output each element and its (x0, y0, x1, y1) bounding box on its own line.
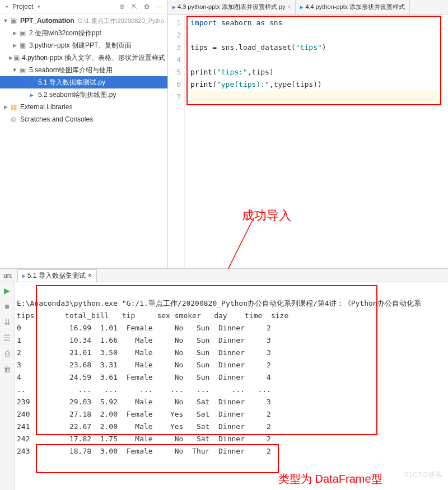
tree-folder[interactable]: ▼▣5.seaborn绘图库介绍与使用 (0, 64, 167, 76)
table-row: 3 23.68 3.31 Male No Sun Dinner 2 (17, 359, 446, 371)
table-row: 242 17.82 1.75 Male No Sat Dinner 2 (17, 433, 446, 445)
expand-icon[interactable]: ▶ (8, 55, 13, 60)
tree-item-label: 5.1 导入数据集测试.py (38, 78, 105, 87)
close-icon[interactable]: × (288, 4, 291, 10)
line-number: 6 (168, 78, 181, 91)
code-editor[interactable]: 1234567 import seaborn as sns tips = sns… (168, 15, 448, 268)
project-panel-header: ▾ Project ▾ ⊕ ⇱ ✿ — (0, 0, 167, 13)
table-row: 0 16.99 1.01 Female No Sun Dinner 2 (17, 322, 446, 334)
project-panel: ▾ Project ▾ ⊕ ⇱ ✿ — ▼ ▣ PPT_Automation G… (0, 0, 168, 268)
console-output[interactable]: E:\Anaconda3\python.exe "G:/1.重点工作/20200… (15, 269, 448, 490)
run-panel: ▶ ■ ⇊ ☰ ⎙ 🗑 E:\Anaconda3\python.exe "G:/… (0, 269, 448, 490)
output-header: tips: total_bill tip sex smoker day time… (17, 311, 288, 320)
line-number: 2 (168, 29, 181, 41)
tab-label: 4.3 python-pptx 添加图表并设置样式.py (178, 3, 286, 11)
tree-folder[interactable]: ▶▣3.python-pptx 创建PPT、复制页面 (0, 39, 167, 52)
folder-icon: ▣ (9, 16, 18, 25)
project-collapse-icon[interactable]: ▾ (3, 4, 10, 10)
editor-area: ▸ 4.3 python-pptx 添加图表并设置样式.py × ▸ 4.4 p… (168, 0, 448, 268)
line-gutter: 1234567 (168, 15, 185, 268)
tree-folder[interactable]: ▶▣4.python-pptx 插入文字、表格、形状并设置样式 (0, 52, 167, 64)
watermark: 51CTO博客 (404, 470, 442, 480)
external-libraries[interactable]: ▶ ▥ External Libraries (0, 101, 167, 113)
line-number: 5 (168, 66, 181, 78)
external-libraries-label: External Libraries (20, 103, 72, 111)
rerun-icon[interactable]: ▶ (2, 285, 13, 296)
python-file-icon: ▸ (27, 90, 36, 99)
crosshair-icon[interactable]: ⊕ (117, 2, 127, 12)
trash-icon[interactable]: 🗑 (2, 363, 13, 375)
run-toolbar: ▶ ■ ⇊ ☰ ⎙ 🗑 (0, 269, 15, 490)
table-row: 241 22.67 2.00 Male Yes Sat Dinner 2 (17, 421, 446, 433)
tree-item-label: 2.使用win32com操作ppt (29, 29, 101, 38)
table-row: 243 18.78 3.00 Female No Thur Dinner 2 (17, 445, 446, 458)
tree-item-label: 4.python-pptx 插入文字、表格、形状并设置样式 (22, 53, 165, 63)
project-panel-title: Project (12, 3, 33, 11)
project-root[interactable]: ▼ ▣ PPT_Automation G:\1.重点工作\20200820_Py… (0, 15, 167, 27)
line-number: 4 (168, 54, 181, 66)
line-number: 1 (168, 17, 181, 29)
editor-tab-2[interactable]: ▸ 4.4 python-pptx 添加形状并设置样式 (296, 0, 410, 14)
table-row: 239 29.03 5.92 Male No Sat Dinner 3 (17, 396, 446, 408)
line-number: 7 (168, 91, 181, 103)
expand-icon[interactable]: ▼ (2, 18, 9, 24)
python-file-icon: ▸ (27, 78, 36, 87)
file-tree[interactable]: ▼ ▣ PPT_Automation G:\1.重点工作\20200820_Py… (0, 13, 167, 268)
tab-label: 4.4 python-pptx 添加形状并设置样式 (305, 3, 405, 11)
project-root-name: PPT_Automation (20, 17, 74, 25)
tree-item-label: 5.seaborn绘图库介绍与使用 (29, 66, 113, 75)
code-content[interactable]: import seaborn as sns tips = sns.load_da… (185, 15, 448, 268)
folder-icon: ▣ (13, 53, 20, 62)
hide-icon[interactable]: — (154, 2, 164, 12)
table-row: .. ... ... ... ... ... ... ... (17, 384, 446, 396)
gear-icon[interactable]: ✿ (142, 2, 152, 12)
tree-file[interactable]: ▸5.1 导入数据集测试.py (0, 76, 167, 88)
scratch-icon: ◎ (9, 115, 18, 124)
table-row: 4 24.59 3.61 Female No Sun Dinner 4 (17, 371, 446, 384)
table-row: 1 10.34 1.66 Male No Sun Dinner 3 (17, 334, 446, 347)
libraries-icon: ▥ (9, 102, 18, 111)
scratches-consoles[interactable]: ◎ Scratches and Consoles (0, 113, 167, 125)
editor-tab-1[interactable]: ▸ 4.3 python-pptx 添加图表并设置样式.py × (168, 0, 296, 14)
folder-icon: ▣ (18, 66, 27, 74)
expand-icon[interactable]: ▶ (11, 43, 18, 48)
expand-icon[interactable]: ▶ (11, 30, 18, 36)
stop-icon[interactable]: ■ (2, 301, 13, 312)
folder-icon: ▣ (18, 29, 27, 38)
down-icon[interactable]: ⇊ (2, 316, 13, 328)
tree-file[interactable]: ▸5.2 seaborn绘制折线图.py (0, 88, 167, 101)
scratches-label: Scratches and Consoles (20, 115, 93, 123)
tree-item-label: 5.2 seaborn绘制折线图.py (38, 90, 116, 100)
python-file-icon: ▸ (300, 4, 303, 10)
layout-icon[interactable]: ☰ (2, 332, 13, 343)
python-file-icon: ▸ (172, 4, 175, 10)
table-row: 240 27.18 2.00 Female Yes Sat Dinner 2 (17, 408, 446, 421)
run-label: un: (3, 272, 13, 279)
expand-icon[interactable]: ▼ (11, 67, 18, 73)
folder-icon: ▣ (18, 41, 27, 50)
command-line: E:\Anaconda3\python.exe "G:/1.重点工作/20200… (17, 299, 421, 307)
dropdown-icon[interactable]: ▾ (35, 4, 42, 10)
editor-tabs: ▸ 4.3 python-pptx 添加图表并设置样式.py × ▸ 4.4 p… (168, 0, 448, 15)
tree-folder[interactable]: ▶▣2.使用win32com操作ppt (0, 27, 167, 39)
project-root-path: G:\1.重点工作\20200820_Pytho (78, 17, 164, 25)
print-icon[interactable]: ⎙ (2, 348, 13, 359)
table-row: 2 21.01 3.50 Male No Sun Dinner 3 (17, 347, 446, 359)
collapse-all-icon[interactable]: ⇱ (129, 2, 139, 12)
tree-item-label: 3.python-pptx 创建PPT、复制页面 (29, 41, 132, 50)
expand-icon[interactable]: ▶ (2, 104, 9, 110)
line-number: 3 (168, 41, 181, 54)
